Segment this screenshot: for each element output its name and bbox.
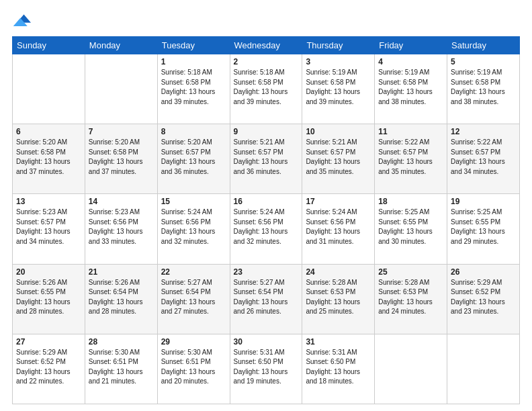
day-number: 1 (161, 57, 226, 66)
calendar-cell: 28Sunrise: 5:30 AMSunset: 6:51 PMDayligh… (85, 334, 157, 404)
day-number: 22 (161, 267, 226, 277)
day-number: 9 (234, 127, 299, 136)
calendar-cell: 20Sunrise: 5:26 AMSunset: 6:55 PMDayligh… (13, 264, 85, 334)
day-number: 12 (451, 127, 516, 136)
calendar-cell: 13Sunrise: 5:23 AMSunset: 6:57 PMDayligh… (13, 194, 85, 264)
day-info: Sunrise: 5:30 AMSunset: 6:51 PMDaylight:… (161, 348, 226, 387)
day-number: 10 (306, 127, 371, 136)
calendar-cell: 9Sunrise: 5:21 AMSunset: 6:57 PMDaylight… (230, 124, 302, 194)
calendar-cell: 12Sunrise: 5:22 AMSunset: 6:57 PMDayligh… (447, 124, 520, 194)
day-number: 3 (306, 57, 371, 66)
calendar-cell (375, 334, 447, 404)
day-number: 24 (306, 267, 371, 277)
day-number: 2 (234, 57, 299, 66)
day-number: 5 (451, 57, 516, 66)
day-info: Sunrise: 5:29 AMSunset: 6:52 PMDaylight:… (16, 348, 81, 387)
day-info: Sunrise: 5:21 AMSunset: 6:57 PMDaylight:… (234, 138, 299, 177)
day-info: Sunrise: 5:20 AMSunset: 6:58 PMDaylight:… (89, 138, 154, 177)
day-number: 16 (234, 197, 299, 206)
weekday-header: Sunday (13, 37, 85, 54)
day-number: 21 (89, 267, 154, 277)
calendar-cell: 21Sunrise: 5:26 AMSunset: 6:54 PMDayligh… (85, 264, 157, 334)
day-number: 11 (378, 127, 443, 136)
calendar-cell: 31Sunrise: 5:31 AMSunset: 6:50 PMDayligh… (302, 334, 375, 404)
logo-icon (12, 12, 31, 31)
day-number: 23 (234, 267, 299, 277)
calendar-cell: 19Sunrise: 5:25 AMSunset: 6:55 PMDayligh… (447, 194, 520, 264)
calendar-cell: 27Sunrise: 5:29 AMSunset: 6:52 PMDayligh… (13, 334, 85, 404)
calendar-cell: 5Sunrise: 5:19 AMSunset: 6:58 PMDaylight… (447, 54, 520, 124)
day-number: 18 (378, 197, 443, 206)
day-number: 27 (16, 337, 81, 347)
day-info: Sunrise: 5:31 AMSunset: 6:50 PMDaylight:… (234, 348, 299, 387)
day-info: Sunrise: 5:26 AMSunset: 6:55 PMDaylight:… (16, 278, 81, 317)
calendar-cell: 18Sunrise: 5:25 AMSunset: 6:55 PMDayligh… (375, 194, 447, 264)
day-number: 26 (451, 267, 516, 277)
calendar-cell: 1Sunrise: 5:18 AMSunset: 6:58 PMDaylight… (157, 54, 230, 124)
calendar-cell: 2Sunrise: 5:18 AMSunset: 6:58 PMDaylight… (230, 54, 302, 124)
calendar-cell: 16Sunrise: 5:24 AMSunset: 6:56 PMDayligh… (230, 194, 302, 264)
day-number: 30 (234, 337, 299, 347)
day-info: Sunrise: 5:25 AMSunset: 6:55 PMDaylight:… (378, 208, 443, 246)
calendar-cell: 24Sunrise: 5:28 AMSunset: 6:53 PMDayligh… (302, 264, 375, 334)
day-number: 28 (89, 337, 154, 347)
calendar-cell: 4Sunrise: 5:19 AMSunset: 6:58 PMDaylight… (375, 54, 447, 124)
day-number: 20 (16, 267, 81, 277)
day-number: 7 (89, 127, 154, 136)
day-number: 29 (161, 337, 226, 347)
day-info: Sunrise: 5:30 AMSunset: 6:51 PMDaylight:… (89, 348, 154, 387)
calendar-cell: 6Sunrise: 5:20 AMSunset: 6:58 PMDaylight… (13, 124, 85, 194)
logo (12, 12, 32, 31)
day-number: 6 (16, 127, 81, 136)
day-number: 8 (161, 127, 226, 136)
weekday-header: Saturday (447, 37, 520, 54)
calendar-cell: 29Sunrise: 5:30 AMSunset: 6:51 PMDayligh… (157, 334, 230, 404)
calendar-cell: 3Sunrise: 5:19 AMSunset: 6:58 PMDaylight… (302, 54, 375, 124)
day-info: Sunrise: 5:31 AMSunset: 6:50 PMDaylight:… (306, 348, 371, 387)
day-info: Sunrise: 5:18 AMSunset: 6:58 PMDaylight:… (234, 68, 299, 107)
day-number: 13 (16, 197, 81, 206)
calendar-cell: 14Sunrise: 5:23 AMSunset: 6:56 PMDayligh… (85, 194, 157, 264)
day-number: 31 (306, 337, 371, 347)
header (12, 12, 520, 31)
calendar-table: SundayMondayTuesdayWednesdayThursdayFrid… (12, 36, 520, 404)
day-info: Sunrise: 5:19 AMSunset: 6:58 PMDaylight:… (378, 68, 443, 107)
calendar-cell: 23Sunrise: 5:27 AMSunset: 6:54 PMDayligh… (230, 264, 302, 334)
calendar-cell (447, 334, 520, 404)
calendar-cell: 15Sunrise: 5:24 AMSunset: 6:56 PMDayligh… (157, 194, 230, 264)
calendar-cell (13, 54, 85, 124)
calendar-cell: 7Sunrise: 5:20 AMSunset: 6:58 PMDaylight… (85, 124, 157, 194)
weekday-header: Wednesday (230, 37, 302, 54)
weekday-header: Tuesday (157, 37, 230, 54)
day-info: Sunrise: 5:24 AMSunset: 6:56 PMDaylight:… (161, 208, 226, 246)
day-info: Sunrise: 5:21 AMSunset: 6:57 PMDaylight:… (306, 138, 371, 177)
calendar-cell: 22Sunrise: 5:27 AMSunset: 6:54 PMDayligh… (157, 264, 230, 334)
day-info: Sunrise: 5:22 AMSunset: 6:57 PMDaylight:… (378, 138, 443, 177)
day-info: Sunrise: 5:20 AMSunset: 6:58 PMDaylight:… (16, 138, 81, 177)
weekday-header: Friday (375, 37, 447, 54)
calendar-cell: 8Sunrise: 5:20 AMSunset: 6:57 PMDaylight… (157, 124, 230, 194)
day-number: 4 (378, 57, 443, 66)
calendar-cell: 26Sunrise: 5:29 AMSunset: 6:52 PMDayligh… (447, 264, 520, 334)
day-info: Sunrise: 5:28 AMSunset: 6:53 PMDaylight:… (306, 278, 371, 317)
day-info: Sunrise: 5:28 AMSunset: 6:53 PMDaylight:… (378, 278, 443, 317)
calendar-cell (85, 54, 157, 124)
day-info: Sunrise: 5:23 AMSunset: 6:57 PMDaylight:… (16, 208, 81, 246)
day-number: 15 (161, 197, 226, 206)
day-number: 14 (89, 197, 154, 206)
calendar-cell: 25Sunrise: 5:28 AMSunset: 6:53 PMDayligh… (375, 264, 447, 334)
calendar-cell: 17Sunrise: 5:24 AMSunset: 6:56 PMDayligh… (302, 194, 375, 264)
page: SundayMondayTuesdayWednesdayThursdayFrid… (0, 0, 532, 411)
day-info: Sunrise: 5:19 AMSunset: 6:58 PMDaylight:… (306, 68, 371, 107)
day-info: Sunrise: 5:19 AMSunset: 6:58 PMDaylight:… (451, 68, 516, 107)
weekday-header: Monday (85, 37, 157, 54)
day-info: Sunrise: 5:24 AMSunset: 6:56 PMDaylight:… (306, 208, 371, 246)
day-number: 17 (306, 197, 371, 206)
day-info: Sunrise: 5:25 AMSunset: 6:55 PMDaylight:… (451, 208, 516, 246)
calendar-cell: 11Sunrise: 5:22 AMSunset: 6:57 PMDayligh… (375, 124, 447, 194)
day-info: Sunrise: 5:24 AMSunset: 6:56 PMDaylight:… (234, 208, 299, 246)
day-info: Sunrise: 5:26 AMSunset: 6:54 PMDaylight:… (89, 278, 154, 317)
day-info: Sunrise: 5:23 AMSunset: 6:56 PMDaylight:… (89, 208, 154, 246)
day-info: Sunrise: 5:27 AMSunset: 6:54 PMDaylight:… (161, 278, 226, 317)
day-info: Sunrise: 5:27 AMSunset: 6:54 PMDaylight:… (234, 278, 299, 317)
